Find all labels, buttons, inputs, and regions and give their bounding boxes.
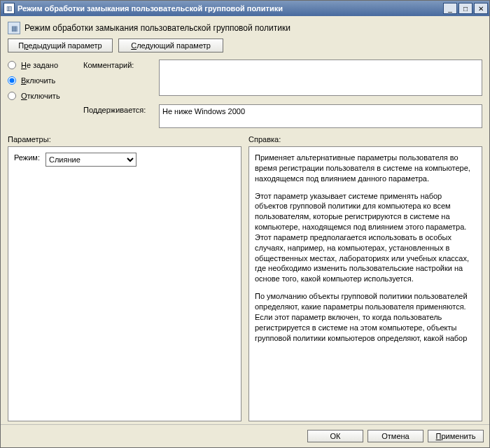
- options-label: Параметры:: [8, 135, 241, 144]
- policy-heading: ▦ Режим обработки замыкания пользователь…: [8, 22, 482, 34]
- dialog-footer: ОК Отмена Применить: [1, 424, 489, 447]
- navigation-buttons: Предыдущий параметр Следующий параметр: [8, 38, 482, 52]
- policy-heading-text: Режим обработки замыкания пользовательск…: [24, 23, 290, 33]
- mode-select[interactable]: Слияние: [46, 153, 136, 167]
- help-pane: Справка: Применяет альтернативные параме…: [248, 135, 482, 421]
- next-setting-button[interactable]: Следующий параметр: [118, 38, 223, 52]
- nav-next-ul: С: [131, 41, 136, 50]
- options-pane: Параметры: Режим: Слияние: [8, 135, 241, 421]
- radio-disabled[interactable]: Отключить: [8, 92, 78, 100]
- policy-icon: ▥: [4, 3, 15, 14]
- radio-enabled[interactable]: Включить: [8, 76, 78, 85]
- comment-label: Комментарий:: [83, 59, 153, 100]
- window-title: Режим обработки замыкания пользовательск…: [18, 4, 442, 13]
- apply-post: рименить: [441, 432, 475, 440]
- config-row-supported: Поддерживается: Не ниже Windows 2000: [8, 104, 482, 128]
- policy-heading-icon: ▦: [8, 22, 20, 34]
- maximize-button[interactable]: □: [458, 3, 472, 14]
- radio-not-configured-input[interactable]: [8, 61, 16, 69]
- config-row-comment: Не задано Включить Отключить Комментарий…: [8, 59, 482, 100]
- nav-prev-post: едыдущий параметр: [28, 41, 102, 50]
- mode-label: Режим:: [14, 153, 40, 163]
- radio-disabled-input[interactable]: [8, 92, 16, 100]
- help-paragraph: Этот параметр указывает системе применят…: [255, 191, 476, 285]
- state-radio-group: Не задано Включить Отключить: [8, 59, 78, 100]
- help-paragraph: По умолчанию объекты групповой политики …: [255, 291, 476, 343]
- comment-textarea[interactable]: [159, 59, 482, 96]
- cancel-button[interactable]: Отмена: [368, 430, 424, 442]
- titlebar: ▥ Режим обработки замыкания пользователь…: [1, 1, 489, 16]
- dialog-body: ▦ Режим обработки замыкания пользователь…: [1, 16, 489, 424]
- ok-button[interactable]: ОК: [307, 430, 363, 442]
- nav-next-post: ледующий параметр: [136, 41, 211, 50]
- help-paragraph: Применяет альтернативные параметры польз…: [255, 153, 476, 184]
- options-body: Режим: Слияние: [8, 146, 241, 421]
- radio-not-configured-label: Не задано: [21, 61, 58, 69]
- radio-disabled-label: Отключить: [21, 92, 60, 100]
- close-button[interactable]: ✕: [474, 3, 488, 14]
- radio-enabled-input[interactable]: [8, 76, 16, 85]
- help-body[interactable]: Применяет альтернативные параметры польз…: [248, 146, 482, 421]
- lower-panes: Параметры: Режим: Слияние Справка: Приме…: [8, 135, 482, 421]
- supported-label: Поддерживается:: [83, 104, 153, 128]
- minimize-button[interactable]: _: [443, 3, 457, 14]
- radio-enabled-label: Включить: [21, 76, 55, 85]
- previous-setting-button[interactable]: Предыдущий параметр: [8, 38, 113, 52]
- radio-not-configured[interactable]: Не задано: [8, 61, 78, 69]
- help-label: Справка:: [248, 135, 482, 144]
- apply-button[interactable]: Применить: [428, 430, 484, 442]
- policy-dialog: ▥ Режим обработки замыкания пользователь…: [0, 0, 490, 448]
- supported-text[interactable]: Не ниже Windows 2000: [159, 104, 482, 128]
